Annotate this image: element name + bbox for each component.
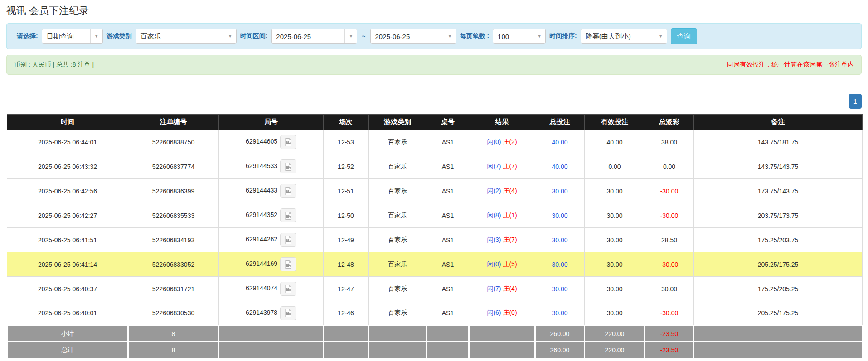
table-number: AS1: [442, 163, 454, 170]
chevron-down-icon[interactable]: ▼: [90, 29, 102, 43]
time-sort-select[interactable]: 降幂(由大到小) ▼: [581, 29, 667, 44]
video-replay-button[interactable]: [280, 159, 296, 173]
date-from-select[interactable]: 2025-06-25 ▼: [271, 29, 357, 44]
video-replay-button[interactable]: [280, 233, 296, 247]
chevron-down-icon[interactable]: ▼: [533, 29, 545, 43]
bet-id: 522606830530: [152, 309, 194, 317]
time-cell: 2025-06-25 06:43:32: [7, 154, 128, 179]
video-replay-button[interactable]: [280, 257, 296, 271]
valid-bet: 0.00: [608, 163, 621, 170]
date-to-select[interactable]: 2025-06-25 ▼: [370, 29, 456, 44]
round-id: 629144605: [246, 138, 277, 145]
chevron-down-icon[interactable]: ▼: [655, 29, 667, 43]
total-bet-link[interactable]: 30.00: [552, 261, 567, 268]
summary-empty-cell: [694, 342, 863, 358]
video-replay-button[interactable]: [280, 282, 296, 296]
game-cell: 百家乐: [369, 179, 427, 203]
table-row: 2025-06-25 06:42:56 522606836399 6291444…: [7, 179, 863, 203]
session-number: 12-46: [338, 309, 354, 317]
total-bet-link[interactable]: 40.00: [552, 163, 567, 170]
valid-bet: 30.00: [606, 285, 622, 293]
total-bet-link[interactable]: 30.00: [552, 285, 567, 293]
bet-id-cell: 522606838750: [128, 130, 219, 154]
column-header: 结果: [469, 115, 535, 130]
bet-id-cell: 522606831721: [128, 277, 219, 301]
chevron-down-icon[interactable]: ▼: [224, 29, 236, 43]
payout: -30.00: [660, 309, 679, 317]
result-banker: 庄(7): [503, 163, 517, 170]
payout: 30.00: [661, 285, 677, 293]
video-replay-button[interactable]: [280, 184, 296, 198]
total-bet-link[interactable]: 30.00: [552, 236, 567, 244]
payout-cell: 30.00: [645, 277, 694, 301]
game-category-select[interactable]: 百家乐 ▼: [136, 29, 237, 44]
round-id-cell: 629144605: [219, 130, 324, 154]
remark: 173.75/143.75: [758, 188, 799, 195]
select-type-label: 请选择:: [17, 32, 38, 40]
bet-id-cell: 522606835533: [128, 203, 219, 228]
chevron-down-icon[interactable]: ▼: [344, 29, 357, 43]
query-type-value: 日期查询: [42, 29, 90, 43]
result-player: 闲(0): [487, 260, 501, 268]
round-id: 629144074: [246, 284, 277, 292]
summary-count: 8: [172, 347, 175, 354]
time-cell: 2025-06-25 06:40:37: [7, 277, 128, 301]
total-bet-link[interactable]: 30.00: [552, 309, 567, 317]
query-type-select[interactable]: 日期查询 ▼: [42, 29, 103, 44]
table-row: 2025-06-25 06:42:27 522606835533 6291443…: [7, 203, 863, 228]
bet-id-cell: 522606830530: [128, 301, 219, 326]
remark: 143.75/143.75: [758, 163, 799, 170]
column-header: 时间: [7, 115, 128, 130]
page-1-button[interactable]: 1: [849, 94, 862, 109]
bet-time: 2025-06-25 06:41:14: [38, 261, 97, 268]
column-header: 场次: [324, 115, 369, 130]
column-header: 总投注: [535, 115, 585, 130]
session-number: 12-53: [338, 139, 354, 146]
chevron-down-icon[interactable]: ▼: [444, 29, 456, 43]
total-bet-cell: 30.00: [535, 277, 585, 301]
round-id: 629144262: [246, 236, 277, 243]
time-cell: 2025-06-25 06:41:51: [7, 228, 128, 252]
video-file-icon: [284, 284, 293, 294]
video-file-icon: [284, 308, 293, 318]
video-replay-button[interactable]: [280, 306, 296, 320]
date-to-value: 2025-06-25: [371, 29, 444, 43]
result-player: 闲(7): [487, 285, 501, 292]
remark: 205.25/175.25: [758, 309, 799, 317]
total-bet-cell: 40.00: [535, 130, 585, 154]
video-replay-button[interactable]: [280, 135, 296, 149]
session-number: 12-49: [338, 236, 354, 244]
round-id-cell: 629144074: [219, 277, 324, 301]
page-size-select[interactable]: 100 ▼: [493, 29, 546, 44]
total-bet-link[interactable]: 30.00: [552, 188, 567, 195]
summary-valid-bet-cell: 220.00: [585, 342, 645, 358]
filter-panel: 请选择: 日期查询 ▼ 游戏类别 百家乐 ▼ 时间区间: 2025-06-25 …: [6, 23, 862, 49]
table-no-cell: AS1: [427, 203, 469, 228]
time-sort-label: 时间排序:: [549, 32, 577, 40]
video-replay-button[interactable]: [280, 208, 296, 222]
payout-cell: -30.00: [645, 179, 694, 203]
video-file-icon: [284, 236, 293, 245]
round-id: 629143978: [246, 309, 277, 316]
result-cell: 闲(0) 庄(5): [469, 252, 535, 277]
total-bet-link[interactable]: 40.00: [552, 139, 567, 146]
result-player: 闲(2): [487, 187, 501, 194]
total-bet-link[interactable]: 30.00: [552, 212, 567, 219]
game-cell: 百家乐: [369, 130, 427, 154]
summary-payout-cell: -23.50: [645, 326, 694, 342]
round-id-cell: 629143978: [219, 301, 324, 326]
column-header: 总派彩: [645, 115, 694, 130]
valid-bet: 30.00: [606, 188, 622, 195]
total-bet-cell: 30.00: [535, 228, 585, 252]
bet-id: 522606837774: [152, 163, 194, 170]
result-cell: 闲(3) 庄(7): [469, 228, 535, 252]
result-player: 闲(7): [487, 163, 501, 170]
bet-time: 2025-06-25 06:44:01: [38, 139, 97, 146]
payout: 28.50: [661, 236, 677, 244]
game-category-value: 百家乐: [136, 29, 224, 43]
payout-cell: 38.00: [645, 130, 694, 154]
table-no-cell: AS1: [427, 179, 469, 203]
game-cell: 百家乐: [369, 228, 427, 252]
result-cell: 闲(0) 庄(2): [469, 130, 535, 154]
search-button[interactable]: 查询: [671, 28, 697, 44]
